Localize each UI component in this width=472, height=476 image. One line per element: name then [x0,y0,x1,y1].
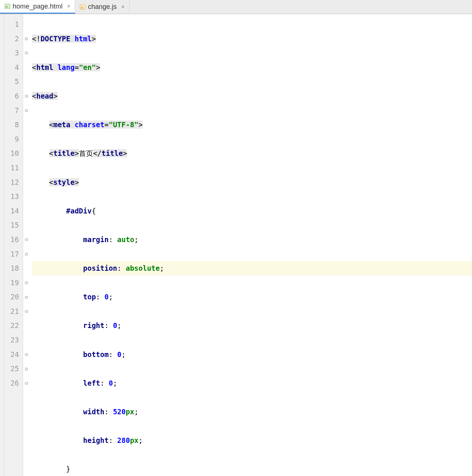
breakpoint-gutter[interactable] [0,14,4,476]
line-number: 6 [7,89,19,103]
line-number: 13 [7,189,19,204]
fold-marker [23,189,30,204]
fold-marker [23,146,30,161]
line-number: 5 [7,74,19,89]
line-number: 7 [7,103,19,118]
html-file-icon: H [4,3,10,9]
tab-change-js[interactable]: JS change.js × [75,0,129,14]
line-number: 8 [7,118,19,132]
fold-marker [23,204,30,218]
fold-marker [23,261,30,276]
line-number: 15 [7,218,19,232]
code-line[interactable]: <!DOCTYPE html> [32,32,472,46]
fold-close-icon[interactable]: ⊟ [23,376,30,390]
line-number: 20 [7,290,19,304]
fold-marker [23,60,30,75]
fold-open-icon[interactable]: ⊟ [23,32,30,46]
fold-gutter: ⊟ ⊟ ⊟ ⊟ ⊟ ⊟ ⊟ ⊟ ⊟ ⊟ ⊟ ⊟ [23,14,30,476]
fold-marker [23,161,30,175]
line-number: 24 [7,347,19,362]
close-icon[interactable]: × [119,4,125,10]
fold-open-icon[interactable]: ⊟ [23,103,30,118]
line-number: 9 [7,132,19,147]
fold-open-icon[interactable]: ⊟ [23,304,30,319]
fold-open-icon[interactable]: ⊟ [23,46,30,60]
code-editor[interactable]: 1 2 3 4 5 6 7 8 9 10 11 12 13 14 15 16 1… [0,14,472,476]
line-number: 3 [7,46,19,60]
line-number: 14 [7,204,19,218]
fold-open-icon[interactable]: ⊟ [23,290,30,304]
code-line[interactable]: } [32,462,472,476]
code-line[interactable]: margin: auto; [32,232,472,247]
line-number: 22 [7,318,19,333]
fold-open-icon[interactable]: ⊟ [23,89,30,103]
code-area[interactable]: <!DOCTYPE html> <html lang="en"> <head> … [30,14,472,476]
line-number: 10 [7,146,19,161]
fold-marker [23,218,30,232]
code-line[interactable]: <html lang="en"> [32,60,472,75]
code-line[interactable]: <title>首页</title> [32,146,472,161]
fold-marker [23,132,30,147]
tab-home-page-html[interactable]: H home_page.html × [0,0,75,14]
line-number: 1 [7,17,19,32]
js-file-icon: JS [80,4,86,10]
line-number: 19 [7,276,19,290]
code-line[interactable]: bottom: 0; [32,347,472,362]
code-line[interactable]: left: 0; [32,376,472,390]
code-line[interactable]: #adDiv{ [32,204,472,218]
fold-close-icon[interactable]: ⊟ [23,361,30,376]
svg-text:JS: JS [80,6,84,9]
code-line[interactable]: <style> [32,175,472,190]
line-number: 25 [7,361,19,376]
code-line[interactable]: width: 520px; [32,405,472,419]
fold-close-icon[interactable]: ⊟ [23,232,30,247]
fold-marker [23,118,30,132]
fold-marker [23,175,30,190]
code-line-current[interactable]: position: absolute; [32,261,472,276]
code-line[interactable]: top: 0; [32,290,472,304]
svg-text:H: H [6,5,8,9]
line-number: 2 [7,32,19,46]
line-number: 18 [7,261,19,276]
line-number-gutter: 1 2 3 4 5 6 7 8 9 10 11 12 13 14 15 16 1… [4,14,23,476]
code-line[interactable]: <meta charset="UTF-8"> [32,118,472,132]
line-number: 17 [7,247,19,261]
fold-close-icon[interactable]: ⊟ [23,247,30,261]
close-icon[interactable]: × [65,3,70,10]
fold-marker [23,17,30,32]
code-line[interactable]: right: 0; [32,318,472,333]
code-line[interactable]: height: 280px; [32,433,472,448]
code-line[interactable]: <head> [32,89,472,103]
tab-label: change.js [88,3,117,11]
line-number: 11 [7,161,19,175]
tab-bar: H home_page.html × JS change.js × [0,0,472,14]
fold-close-icon[interactable]: ⊟ [23,347,30,362]
line-number: 12 [7,175,19,190]
fold-close-icon[interactable]: ⊟ [23,276,30,290]
line-number: 16 [7,232,19,247]
fold-marker [23,333,30,347]
tab-label: home_page.html [13,3,63,10]
line-number: 23 [7,333,19,347]
line-number: 4 [7,60,19,75]
line-number: 26 [7,376,19,390]
fold-marker [23,318,30,333]
fold-marker [23,74,30,89]
line-number: 21 [7,304,19,319]
